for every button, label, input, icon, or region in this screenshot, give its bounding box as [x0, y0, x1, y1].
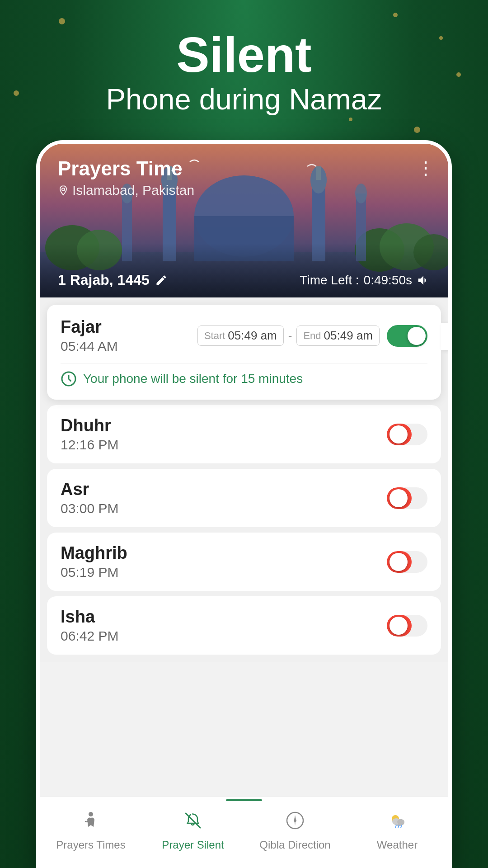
prayers-times-icon [81, 811, 101, 835]
silent-notice: Your phone will be silent for 15 minutes [61, 363, 427, 387]
weather-icon [387, 811, 407, 835]
fajar-end-box[interactable]: End 05:49 am [296, 326, 380, 346]
isha-toggle-knob [389, 617, 408, 635]
nav-active-underline [226, 799, 262, 801]
deco-dot [414, 127, 420, 133]
phone-mockup: Prayers Time Islamabad, Pakistan ⋮ 1 Raj… [36, 140, 452, 868]
svg-point-21 [89, 812, 93, 816]
title-silent: Silent [0, 27, 488, 82]
asr-info: Asr 03:00 PM [61, 480, 118, 516]
maghrib-info: Maghrib 05:19 PM [61, 543, 127, 580]
nav-prayers-times-label: Prayers Times [56, 839, 125, 851]
mosque-overlay [40, 243, 448, 297]
isha-card: Isha 06:42 PM [47, 596, 441, 655]
svg-line-28 [395, 825, 396, 828]
app-title: Prayers Time [58, 157, 194, 180]
svg-rect-14 [316, 166, 321, 180]
isha-name: Isha [61, 607, 118, 627]
content-area: Fajar 05:44 AM Start 05:49 am - End [40, 297, 448, 797]
asr-toggle[interactable] [387, 487, 427, 509]
dhuhr-time: 12:16 PM [61, 437, 118, 453]
dhuhr-name: Dhuhr [61, 416, 118, 435]
nav-weather[interactable]: Weather [346, 811, 448, 851]
fajar-toggle-knob [408, 327, 426, 345]
nav-qibla-direction-label: Qibla Direction [259, 839, 330, 851]
svg-point-27 [397, 819, 404, 825]
clock-icon [61, 371, 77, 387]
fajar-name: Fajar [61, 317, 118, 337]
nav-qibla-direction[interactable]: Qibla Direction [244, 811, 346, 851]
location-pin-icon [58, 185, 69, 196]
dhuhr-info: Dhuhr 12:16 PM [61, 416, 118, 453]
deco-dot [349, 118, 352, 121]
fajar-info: Fajar 05:44 AM [61, 317, 118, 354]
date-bar: 1 Rajab, 1445 Time Left : 0:49:50s [58, 272, 430, 288]
fajar-time-range: Start 05:49 am - End 05:49 am [197, 326, 380, 346]
mosque-image: Prayers Time Islamabad, Pakistan ⋮ 1 Raj… [40, 144, 448, 297]
mosque-header-text: Prayers Time Islamabad, Pakistan [58, 157, 194, 198]
maghrib-name: Maghrib [61, 543, 127, 563]
hijri-date: 1 Rajab, 1445 [58, 272, 168, 288]
prayer-silent-icon [183, 811, 203, 835]
asr-card: Asr 03:00 PM [47, 469, 441, 527]
title-sub: Phone during Namaz [0, 82, 488, 117]
asr-toggle-knob [389, 489, 408, 507]
svg-point-23 [294, 819, 296, 822]
svg-point-19 [62, 188, 65, 191]
nav-prayer-silent[interactable]: Prayer Silent [142, 811, 244, 851]
fajar-row: Fajar 05:44 AM Start 05:49 am - End [61, 317, 427, 354]
fajar-controls: Start 05:49 am - End 05:49 am [197, 325, 427, 347]
qibla-direction-icon [285, 811, 305, 835]
asr-time: 03:00 PM [61, 501, 118, 516]
maghrib-toggle[interactable] [387, 551, 427, 573]
nav-prayer-silent-label: Prayer Silent [162, 839, 224, 851]
more-button[interactable]: ⋮ [417, 157, 435, 178]
bottom-nav: Prayers Times Prayer Silent [40, 797, 448, 864]
svg-point-18 [355, 184, 367, 203]
isha-info: Isha 06:42 PM [61, 607, 118, 644]
fajar-toggle[interactable] [387, 325, 427, 347]
edit-icon[interactable] [155, 274, 168, 287]
deco-dot [59, 18, 65, 24]
app-location: Islamabad, Pakistan [58, 183, 194, 198]
deco-dot [393, 13, 398, 17]
maghrib-toggle-knob [389, 553, 408, 571]
volume-icon [417, 274, 430, 287]
fajar-card: Fajar 05:44 AM Start 05:49 am - End [47, 305, 441, 400]
isha-time: 06:42 PM [61, 628, 118, 644]
maghrib-card: Maghrib 05:19 PM [47, 533, 441, 591]
asr-name: Asr [61, 480, 118, 499]
prayer-list: Fajar 05:44 AM Start 05:49 am - End [40, 297, 448, 662]
dhuhr-card: Dhuhr 12:16 PM [47, 405, 441, 463]
dhuhr-toggle[interactable] [387, 424, 427, 445]
nav-weather-label: Weather [377, 839, 418, 851]
fajar-start-box[interactable]: Start 05:49 am [197, 326, 284, 346]
time-left: Time Left : 0:49:50s [300, 273, 430, 288]
nav-prayers-times[interactable]: Prayers Times [40, 811, 142, 851]
isha-toggle[interactable] [387, 615, 427, 637]
dhuhr-toggle-knob [389, 425, 408, 443]
maghrib-time: 05:19 PM [61, 565, 127, 580]
fajar-time: 05:44 AM [61, 339, 118, 354]
header-section: Silent Phone during Namaz [0, 27, 488, 117]
